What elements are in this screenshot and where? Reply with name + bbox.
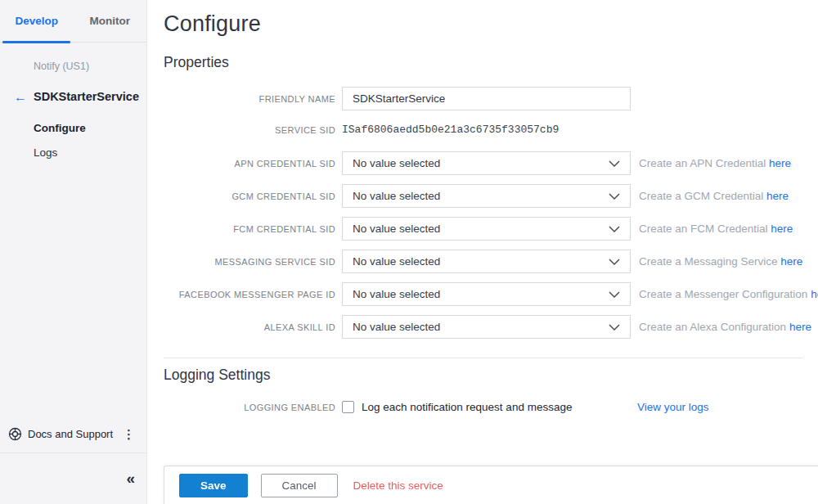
friendly-name-input[interactable] (342, 87, 631, 110)
select-value: No value selected (353, 255, 440, 268)
help-prefix: Create a GCM Credential (639, 190, 766, 202)
sidebar-footer: Docs and Support ⋮ « (0, 416, 146, 504)
apn-credential-select[interactable]: No value selected (342, 151, 631, 175)
service-sid-row: SERVICE SID ISaf6806aedd5b0e21a3c6735f33… (164, 124, 818, 136)
messenger-here-link[interactable]: here (811, 288, 818, 300)
facebook-messenger-label: FACEBOOK MESSENGER PAGE ID (164, 290, 335, 299)
logging-settings-heading: Logging Settings (164, 367, 818, 384)
page-title: Configure (164, 11, 818, 37)
chevron-down-icon (609, 259, 620, 265)
select-value: No value selected (353, 223, 440, 235)
product-context-label: Notify (US1) (0, 61, 146, 72)
service-header: ← SDKStarterService (0, 90, 146, 103)
logging-enabled-label: LOGGING ENABLED (164, 403, 335, 412)
help-prefix: Create an FCM Credential (639, 223, 771, 235)
delete-service-link[interactable]: Delete this service (353, 479, 443, 492)
chevron-down-icon (609, 291, 620, 298)
gcm-credential-label: GCM CREDENTIAL SID (164, 191, 335, 201)
select-value: No value selected (353, 190, 440, 202)
messaging-service-row: MESSAGING SERVICE SID No value selected … (164, 250, 818, 273)
apn-here-link[interactable]: here (769, 157, 791, 169)
collapse-sidebar-icon[interactable]: « (126, 470, 135, 488)
alexa-skill-select[interactable]: No value selected (342, 315, 631, 339)
view-logs-cell: View your logs (637, 401, 818, 413)
help-prefix: Create a Messenger Configuration (639, 288, 811, 300)
service-sid-label: SERVICE SID (164, 125, 335, 135)
apn-credential-help: Create an APN Credential here (639, 157, 818, 169)
properties-form: FRIENDLY NAME SERVICE SID ISaf6806aedd5b… (164, 87, 818, 413)
apn-credential-label: APN CREDENTIAL SID (164, 159, 335, 169)
fcm-credential-select[interactable]: No value selected (342, 217, 631, 241)
life-buoy-icon (8, 427, 22, 441)
save-button[interactable]: Save (179, 474, 248, 497)
friendly-name-label: FRIENDLY NAME (164, 94, 335, 104)
help-prefix: Create a Messaging Service (639, 255, 780, 268)
collapse-row: « (0, 453, 146, 504)
facebook-messenger-select[interactable]: No value selected (342, 282, 631, 306)
properties-heading: Properties (164, 54, 818, 71)
alexa-skill-help: Create an Alexa Configuration here (639, 321, 818, 333)
select-value: No value selected (353, 321, 440, 333)
help-prefix: Create an Alexa Configuration (639, 321, 789, 333)
section-divider (164, 358, 802, 358)
logging-enabled-checkbox[interactable] (342, 401, 354, 413)
select-value: No value selected (353, 288, 440, 300)
tab-monitor[interactable]: Monitor (74, 0, 147, 42)
fcm-credential-help: Create an FCM Credential here (639, 223, 818, 235)
messaging-service-help: Create a Messaging Service here (639, 255, 818, 268)
sidebar-tabs: Develop Monitor (0, 0, 146, 43)
chevron-down-icon (609, 193, 620, 200)
view-your-logs-link[interactable]: View your logs (637, 401, 709, 413)
chevron-down-icon (609, 160, 620, 167)
gcm-credential-select[interactable]: No value selected (342, 184, 631, 208)
alexa-skill-label: ALEXA SKILL ID (164, 322, 335, 332)
facebook-messenger-help: Create a Messenger Configuration here (639, 288, 818, 300)
messaging-service-label: MESSAGING SERVICE SID (164, 257, 335, 267)
messaging-here-link[interactable]: here (780, 255, 802, 268)
docs-and-support[interactable]: Docs and Support ⋮ (0, 416, 146, 452)
gcm-here-link[interactable]: here (766, 190, 789, 202)
fcm-credential-row: FCM CREDENTIAL SID No value selected Cre… (164, 217, 818, 241)
fcm-here-link[interactable]: here (771, 223, 793, 235)
chevron-down-icon (609, 226, 620, 232)
gcm-credential-help: Create a GCM Credential here (639, 190, 818, 202)
alexa-here-link[interactable]: here (789, 321, 811, 333)
kebab-menu-icon[interactable]: ⋮ (123, 428, 135, 440)
friendly-name-row: FRIENDLY NAME (164, 87, 818, 110)
service-sid-value: ISaf6806aedd5b0e21a3c6735f33057cb9 (342, 124, 631, 136)
back-arrow-icon[interactable]: ← (14, 90, 27, 105)
sidebar-item-configure[interactable]: Configure (0, 122, 146, 134)
gcm-credential-row: GCM CREDENTIAL SID No value selected Cre… (164, 184, 818, 208)
sidebar-item-logs[interactable]: Logs (0, 146, 146, 159)
facebook-messenger-row: FACEBOOK MESSENGER PAGE ID No value sele… (164, 282, 818, 306)
fcm-credential-label: FCM CREDENTIAL SID (164, 224, 335, 234)
chevron-down-icon (609, 324, 620, 331)
main-content: Configure Properties FRIENDLY NAME SERVI… (148, 0, 818, 413)
docs-and-support-label: Docs and Support (28, 428, 113, 440)
logging-checkbox-label: Log each notification request and messag… (362, 401, 572, 413)
apn-credential-row: APN CREDENTIAL SID No value selected Cre… (164, 151, 818, 175)
help-prefix: Create an APN Credential (639, 157, 769, 169)
select-value: No value selected (353, 157, 440, 169)
sidebar: Develop Monitor Notify (US1) ← SDKStarte… (0, 0, 147, 504)
logging-enabled-row: LOGGING ENABLED Log each notification re… (164, 401, 818, 413)
tab-develop[interactable]: Develop (0, 0, 74, 42)
action-bar: Save Cancel Delete this service (164, 466, 818, 504)
alexa-skill-row: ALEXA SKILL ID No value selected Create … (164, 315, 818, 339)
logging-control: Log each notification request and messag… (342, 401, 631, 413)
cancel-button[interactable]: Cancel (261, 474, 338, 497)
messaging-service-select[interactable]: No value selected (342, 250, 631, 273)
